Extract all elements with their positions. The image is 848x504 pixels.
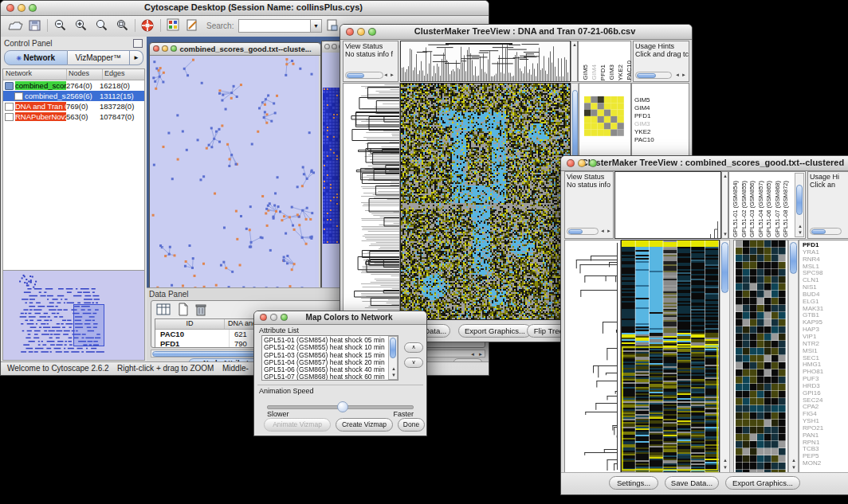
tab-network[interactable]: ✳ Network [4,50,68,65]
tv2-title-bar[interactable]: ClusterMaker TreeView : combined_scores_… [561,156,848,171]
new-attribute-icon[interactable] [177,303,190,319]
close-button[interactable] [260,314,267,321]
network-view-title-bar[interactable]: combined_scores_good.txt--cluste... [150,43,320,56]
document-icon [5,103,14,111]
col-edges[interactable]: Edges [103,69,144,80]
tv2-title: ClusterMaker TreeView : combined_scores_… [580,158,846,167]
tv2-usage-hscroll[interactable] [810,228,842,235]
tv2-zoom-vscroll[interactable]: ▲ ▼ [788,240,799,473]
tv2-top-scroll-strip[interactable]: ▲ ▼ [721,171,728,239]
attribute-listbox[interactable]: GPL51-01 (GSM854) heat shock 05 minGPL51… [261,335,398,381]
zoom-button[interactable] [29,4,37,12]
dialog-button-1[interactable]: Create Vizmap [336,418,393,432]
minimize-button[interactable] [18,4,26,12]
tv2-view-status: View Status No status info ◄ ► [564,171,614,239]
close-button[interactable] [324,44,330,49]
vizmap-palette-icon[interactable] [167,18,180,35]
tv1-usage-hscroll[interactable] [635,72,672,79]
attribute-item[interactable]: GPL51-07 (GSM868) heat shock 60 min [264,373,387,381]
main-title-bar[interactable]: Cytoscape Desktop (Session Name: collins… [1,1,489,16]
data-col-id[interactable]: ID [155,319,225,329]
zoom-button[interactable] [589,159,597,167]
network-overview-pane[interactable] [2,270,145,361]
attribute-doc-icon[interactable] [326,18,340,35]
zoom-button[interactable] [368,28,376,36]
window-controls [6,4,37,12]
minimize-button[interactable] [332,44,337,49]
zoom-in-icon[interactable] [74,18,88,36]
search-combo-arrow[interactable]: ▼ [310,19,322,33]
minimize-button[interactable] [578,159,586,167]
zoom-button[interactable] [171,45,177,52]
network-table-row[interactable]: combined_scores2764(0)16218(0) [3,80,144,91]
scroll-left-icon[interactable]: ◄ [600,229,605,233]
tv2-status-hscroll[interactable] [567,228,599,235]
annotation-icon[interactable] [186,18,199,35]
zoom-out-icon[interactable] [53,18,68,36]
col-network[interactable]: Network [3,69,67,80]
tv2-row-dendrogram[interactable] [564,240,621,473]
network-name: RNAPuberNov2+! [15,112,66,121]
minimize-button[interactable] [357,28,365,36]
tv1-column-dendrogram[interactable] [400,41,571,82]
tv2-zoom-heatmap[interactable] [733,240,788,473]
move-down-button[interactable]: ∨ [404,357,423,368]
scroll-right-icon[interactable]: ► [390,72,395,77]
tv1-status-hscroll[interactable] [345,72,383,79]
close-button[interactable] [6,4,14,12]
scroll-left-icon[interactable]: ◄ [675,72,680,77]
scroll-right-icon[interactable]: ► [478,352,483,357]
float-panel-icon[interactable] [133,39,143,48]
tv1-title-bar[interactable]: ClusterMaker TreeView : DNA and Tran 07-… [340,25,692,40]
tv1-button-1[interactable]: Export Graphics... [458,324,532,338]
attribute-list-vscroll[interactable]: ▲ ▼ [388,336,398,380]
slider-thumb[interactable] [337,401,348,412]
tv2-button-0[interactable]: Settings... [609,476,658,490]
animation-speed-slider[interactable] [267,400,414,412]
tv1-similarity-minimap[interactable] [584,96,624,136]
close-button[interactable] [346,28,354,36]
tv2-button-2[interactable]: Export Graphics... [725,476,800,490]
minimize-button[interactable] [270,314,277,321]
minimize-button[interactable] [162,45,168,52]
dialog-button-2[interactable]: Done [398,418,425,432]
close-button[interactable] [153,45,159,52]
scroll-left-icon[interactable]: ◄ [383,72,388,77]
data-id: PFD1 [155,339,230,348]
search-input[interactable] [238,19,312,33]
network-canvas[interactable] [150,56,319,287]
col-nodes[interactable]: Nodes [67,69,103,80]
dialog-title-bar[interactable]: Map Colors to Network [254,311,426,325]
tv1-col-scroll-strip[interactable]: ▲ [571,41,578,82]
tv2-heatmap[interactable] [621,240,720,473]
network-view-window: combined_scores_good.txt--cluste... [149,42,321,287]
document-icon [5,113,14,121]
zoom-fit-icon[interactable] [95,18,109,36]
network-overview-canvas[interactable] [3,271,144,358]
delete-attribute-icon[interactable] [194,303,207,319]
scroll-left-icon[interactable]: ◄ [470,352,475,357]
tv2-heatmap-vscroll[interactable]: ▲ ▼ [720,240,730,473]
tab-vizmapper[interactable]: VizMapper™ [68,50,131,65]
open-folder-icon[interactable] [7,18,23,35]
move-up-button[interactable]: ∧ [404,342,423,353]
tab-overflow-arrow[interactable]: ► [130,50,143,65]
attribute-table-icon[interactable] [156,303,171,318]
tv2-column-dendrogram[interactable] [614,171,721,239]
help-lifesaver-icon[interactable] [140,18,155,36]
network-table-row[interactable]: RNAPuberNov2+!563(0)107847(0) [3,111,144,122]
tv2-button-1[interactable]: Save Data... [665,476,719,490]
dialog-button-row: Animate VizmapCreate VizmapDone [254,418,426,434]
network-table-row[interactable]: DNA and Tran 07769(0)183728(0) [3,101,144,111]
save-icon[interactable] [28,18,41,35]
tv1-heatmap[interactable] [400,83,571,320]
close-button[interactable] [567,159,575,167]
tv1-row-dendrogram[interactable] [343,83,400,320]
network-table-row[interactable]: combined_sco2569(6)13112(15) [3,91,144,101]
scroll-right-icon[interactable]: ► [681,72,686,77]
dialog-button-0[interactable]: Animate Vizmap [264,418,331,432]
zoom-selected-icon[interactable] [116,18,130,36]
scroll-right-icon[interactable]: ► [607,229,611,233]
zoom-button[interactable] [281,314,288,321]
tv2-collabel-vscroll[interactable]: ▲ ▼ [795,173,804,237]
